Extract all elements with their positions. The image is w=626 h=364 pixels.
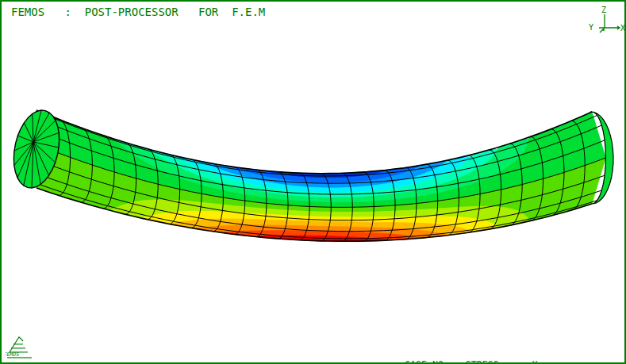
femos-logo-icon: FEMOS (6, 334, 39, 362)
status-line-headers: CASE NO. STRESS X (405, 359, 626, 364)
fem-model-viewport (2, 2, 626, 364)
logo-text: FEMOS (6, 351, 20, 358)
femos-postprocessor-window: FEMOS : POST-PROCESSOR FOR F.E.M Z Y X F… (0, 0, 626, 364)
status-readout: CASE NO. STRESS X 1 MIN=-2.767E-04 MAX=2… (405, 335, 626, 364)
